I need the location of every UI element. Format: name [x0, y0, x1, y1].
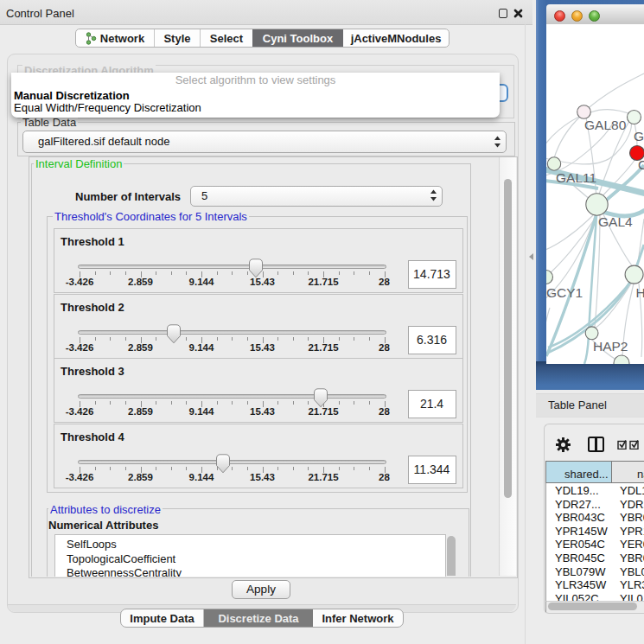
svg-text:H: H — [636, 285, 644, 300]
svg-text:HAP2: HAP2 — [593, 339, 628, 354]
svg-text:GAL80: GAL80 — [584, 118, 627, 132]
svg-text:GAL11: GAL11 — [556, 170, 596, 185]
svg-text:G: G — [634, 129, 644, 143]
svg-text:GAL4: GAL4 — [598, 214, 633, 229]
svg-text:GCY1: GCY1 — [546, 285, 583, 300]
svg-text:C: C — [638, 157, 644, 172]
